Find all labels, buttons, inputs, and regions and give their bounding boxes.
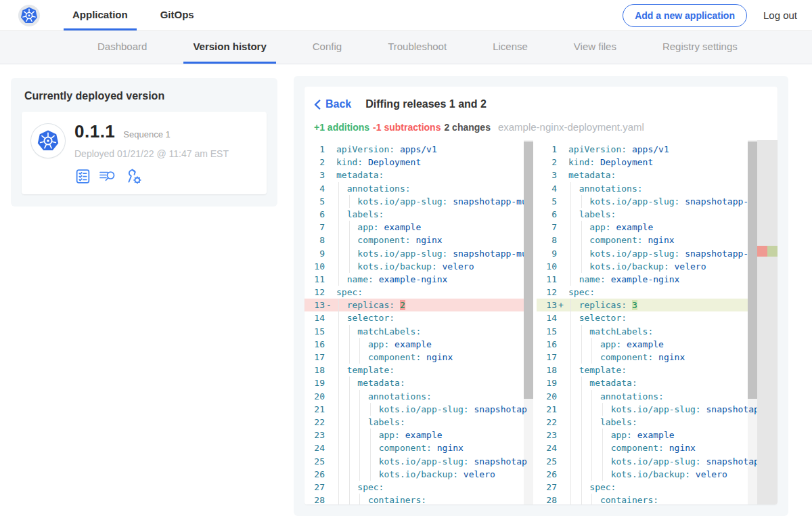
diff-line: 10 kots.io/backup: velero [304,260,533,273]
logout-link[interactable]: Log out [763,9,797,21]
diff-line: 28 containers: [537,494,777,504]
add-application-button[interactable]: Add a new application [623,4,747,27]
release-notes-icon[interactable] [74,167,91,185]
changes-count: 2 changes [444,122,490,133]
line-number: 26 [304,468,325,481]
subtab-view-files[interactable]: View files [564,31,626,64]
config-icon[interactable] [125,167,143,185]
diff-line: 13+ replicas: 3 [537,299,777,311]
deletion-marker [757,246,767,257]
version-number: 0.1.1 [74,121,115,142]
diff-line: 8 component: nginx [537,234,777,246]
sequence-label: Sequence 1 [123,129,170,139]
line-number: 14 [537,311,557,324]
line-number: 3 [537,169,557,181]
line-number: 10 [537,260,557,273]
addition-marker [767,246,777,257]
line-number: 25 [537,455,557,468]
diff-line: 23 app: example [304,429,533,441]
diff-line: 14 selector: [537,311,777,324]
subtab-config[interactable]: Config [303,31,351,64]
diff-line: 26 kots.io/backup: velero [537,468,777,481]
line-number: 6 [304,208,325,221]
subtab-registry-settings[interactable]: Registry settings [653,31,747,64]
line-number: 13 [537,299,557,311]
line-number: 9 [537,247,557,260]
tab-gitops[interactable]: GitOps [152,0,203,30]
diff-line: 4 annotations: [304,182,533,195]
line-number: 4 [304,182,325,195]
kubernetes-logo-icon [18,4,41,27]
kubernetes-logo [18,0,41,30]
diff-filename: example-nginx-deployment.yaml [498,121,644,133]
diff-sign: + [557,299,565,311]
line-number: 17 [537,351,557,364]
scrollbar-thumb[interactable] [748,142,757,399]
subtractions-count: -1 subtractions [373,122,441,133]
kubernetes-app-icon [35,127,62,154]
line-number: 11 [304,273,325,286]
line-number: 15 [304,325,325,338]
diff-line: 17 component: nginx [304,351,533,364]
subtab-license[interactable]: License [483,31,537,64]
diff-line: 5 kots.io/app-slug: snapshotapp-mu [304,195,533,208]
diff-view-container: Back Diffing releases 1 and 2 +1 additio… [294,76,788,516]
scrollbar-thumb[interactable] [524,142,533,399]
diff-title: Diffing releases 1 and 2 [365,98,487,110]
diff-line: 7 app: example [537,221,777,234]
back-link[interactable]: Back [314,98,351,110]
subtab-dashboard[interactable]: Dashboard [88,31,156,64]
diff-pane-right: 1apiVersion: apps/v12kind: Deployment3me… [537,140,777,504]
subtab-troubleshoot[interactable]: Troubleshoot [378,31,456,64]
main-content: Currently deployed version [0,64,812,520]
line-number: 19 [304,376,325,389]
line-number: 23 [537,429,557,441]
line-number: 11 [537,273,557,286]
diff-line: 13- replicas: 2 [304,299,533,311]
line-number: 16 [304,338,325,351]
diff-line: 25 kots.io/app-slug: snapshotap [304,455,533,468]
line-number: 16 [537,338,557,351]
line-number: 28 [537,494,557,504]
app-icon-badge [31,124,65,158]
deploy-logs-icon[interactable] [99,167,118,185]
diff-line: 21 kots.io/app-slug: snapshotap [304,403,533,416]
line-number: 13 [304,299,325,311]
diff-line: 19 metadata: [537,376,777,389]
line-number: 22 [537,416,557,429]
line-number: 18 [304,364,325,376]
diff-line: 25 kots.io/app-slug: snapshotap [537,455,777,468]
diff-line: 26 kots.io/backup: velero [304,468,533,481]
diff-line: 21 kots.io/app-slug: snapshotap [537,403,777,416]
line-number: 24 [304,441,325,454]
diff-line: 22 labels: [304,416,533,429]
diff-line: 18 template: [304,364,533,376]
line-number: 22 [304,416,325,429]
line-number: 20 [304,390,325,403]
subtab-version-history[interactable]: Version history [183,31,275,64]
line-number: 21 [537,403,557,416]
diff-line: 20 annotations: [537,390,777,403]
diff-line: 27 spec: [304,481,533,494]
currently-deployed-card: Currently deployed version [11,78,277,207]
diff-line: 15 matchLabels: [537,325,777,338]
line-number: 14 [304,311,325,324]
deployed-timestamp: Deployed 01/21/22 @ 11:47 am EST [74,148,229,159]
line-number: 21 [304,403,325,416]
diff-line: 23 app: example [537,429,777,441]
diff-line: 1apiVersion: apps/v1 [304,143,533,156]
line-number: 15 [537,325,557,338]
top-navbar: Application GitOps Add a new application… [0,0,812,31]
tab-application[interactable]: Application [64,0,137,30]
diff-line: 8 component: nginx [304,234,533,246]
diff-line: 6 labels: [304,208,533,221]
diff-editor: 1apiVersion: apps/v12kind: Deployment3me… [304,140,777,504]
diff-line: 18 template: [537,364,777,376]
diff-line: 24 component: nginx [304,441,533,454]
overview-ruler [757,140,777,504]
diff-line: 19 metadata: [304,376,533,389]
chevron-left-icon [314,100,321,110]
diff-line: 16 app: example [537,338,777,351]
diff-line: 14 selector: [304,311,533,324]
line-number: 24 [537,441,557,454]
